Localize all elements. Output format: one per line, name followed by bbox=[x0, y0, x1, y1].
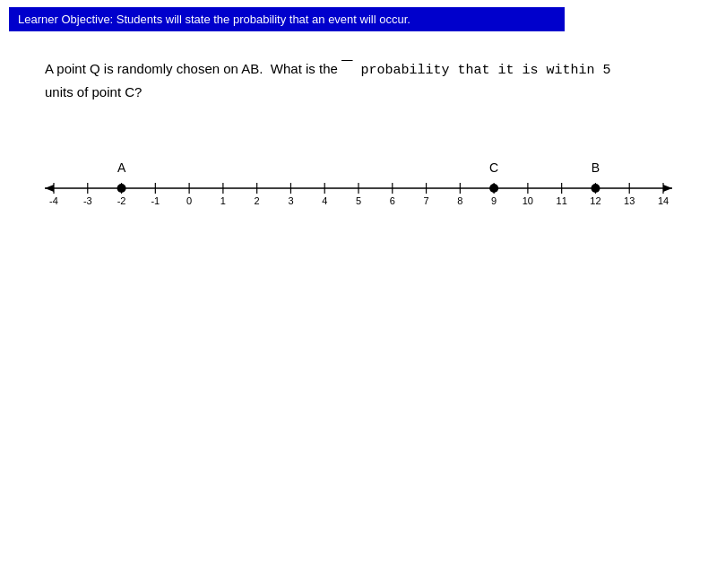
svg-text:9: 9 bbox=[491, 195, 497, 206]
question-part3: units of point C? bbox=[45, 84, 142, 99]
svg-text:10: 10 bbox=[523, 195, 533, 206]
svg-marker-2 bbox=[663, 185, 672, 192]
svg-text:-3: -3 bbox=[83, 195, 92, 206]
svg-text:14: 14 bbox=[658, 195, 669, 206]
the-word bbox=[341, 58, 353, 80]
svg-text:1: 1 bbox=[220, 195, 226, 206]
svg-point-43 bbox=[489, 184, 498, 193]
svg-text:2: 2 bbox=[255, 195, 260, 206]
svg-text:A: A bbox=[117, 160, 126, 175]
question-part1: A point Q is randomly chosen on AB. What… bbox=[45, 58, 341, 80]
number-line-container: -4-3-2-101234567891011121314ACB bbox=[27, 148, 690, 223]
svg-text:-1: -1 bbox=[151, 195, 160, 206]
svg-text:11: 11 bbox=[557, 195, 567, 206]
svg-text:13: 13 bbox=[624, 195, 635, 206]
svg-point-41 bbox=[117, 184, 126, 193]
question-line1: A point Q is randomly chosen on AB. What… bbox=[45, 58, 672, 82]
question-line2: units of point C? bbox=[45, 82, 672, 103]
header-text: Learner Objective: Students will state t… bbox=[18, 13, 410, 26]
svg-text:4: 4 bbox=[322, 195, 327, 206]
question-area: A point Q is randomly chosen on AB. What… bbox=[45, 58, 672, 103]
svg-text:5: 5 bbox=[356, 195, 361, 206]
svg-text:6: 6 bbox=[390, 195, 395, 206]
svg-point-45 bbox=[591, 184, 600, 193]
number-line-svg: -4-3-2-101234567891011121314ACB bbox=[27, 148, 690, 220]
svg-text:7: 7 bbox=[423, 195, 428, 206]
svg-text:12: 12 bbox=[590, 195, 600, 206]
svg-text:B: B bbox=[592, 160, 600, 175]
svg-marker-1 bbox=[45, 185, 54, 192]
svg-text:0: 0 bbox=[186, 195, 192, 206]
svg-text:-2: -2 bbox=[117, 195, 126, 206]
question-part2: probability that it is within 5 bbox=[353, 60, 611, 82]
svg-text:8: 8 bbox=[457, 195, 462, 206]
header-bar: Learner Objective: Students will state t… bbox=[9, 7, 565, 31]
svg-text:-4: -4 bbox=[49, 195, 58, 206]
svg-text:3: 3 bbox=[288, 195, 293, 206]
svg-text:C: C bbox=[489, 160, 498, 175]
